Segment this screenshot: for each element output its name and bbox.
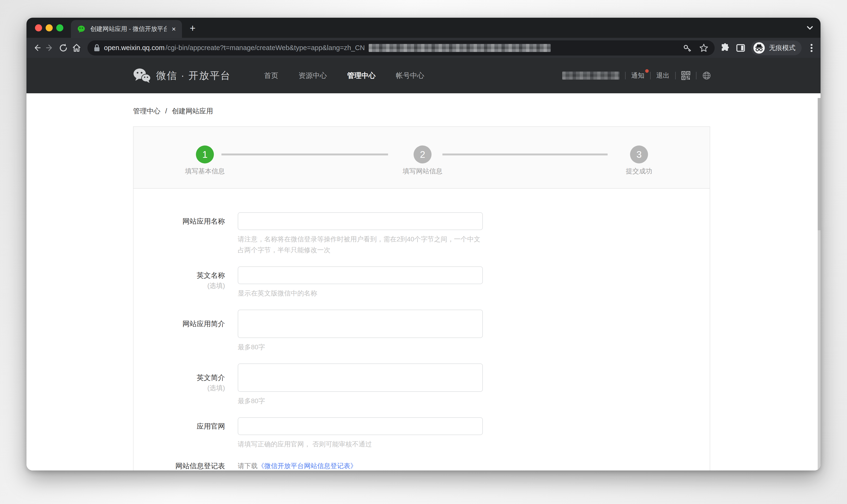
nav-account-center[interactable]: 帐号中心 <box>396 71 424 80</box>
extensions-puzzle-icon[interactable] <box>720 43 730 53</box>
app-name-hint: 请注意，名称将在微信登录等操作时被用户看到，需在2到40个字节之间，一个中文 占… <box>238 234 483 255</box>
step-2: 2 填写网站信息 <box>387 127 458 176</box>
form-row-app-name: 网站应用名称 请注意，名称将在微信登录等操作时被用户看到，需在2到40个字节之间… <box>134 212 710 255</box>
optional-tag: (选填) <box>134 281 225 291</box>
form-row-app-intro: 网站应用简介 最多80字 <box>134 310 710 353</box>
form-row-english-name: 英文名称 (选填) 显示在英文版微信中的名称 <box>134 266 710 299</box>
english-name-input[interactable] <box>238 266 483 284</box>
wechat-favicon-icon <box>77 25 86 33</box>
notifications-link[interactable]: 通知 <box>631 71 645 80</box>
reload-button[interactable] <box>57 41 70 55</box>
step-connector <box>222 154 388 156</box>
breadcrumb-management-center[interactable]: 管理中心 <box>133 107 160 115</box>
official-site-hint: 请填写正确的应用官网， 否则可能审核不通过 <box>238 439 483 450</box>
official-site-label: 应用官网 <box>134 417 225 450</box>
tab-strip: 创建网站应用 - 微信开放平台 × + <box>27 18 820 38</box>
language-globe-icon[interactable] <box>702 71 711 80</box>
site-header: 微信 · 开放平台 首页 资源中心 管理中心 帐号中心 通知 退 <box>27 58 820 93</box>
tab-title: 创建网站应用 - 微信开放平台 <box>90 25 167 33</box>
app-name-input[interactable] <box>238 212 483 230</box>
step-connector <box>442 154 607 156</box>
form-row-registration-form: 网站信息登记表 扫描件 请下载《微信开放平台网站信息登记表》 后填写打印，并盖章… <box>134 461 710 470</box>
forward-button[interactable] <box>43 41 57 55</box>
back-button[interactable] <box>30 41 43 55</box>
divider <box>696 72 696 79</box>
chevron-down-icon[interactable] <box>804 22 816 34</box>
nav-home[interactable]: 首页 <box>264 71 278 80</box>
window-zoom-button[interactable] <box>56 24 63 31</box>
download-instruction: 请下载《微信开放平台网站信息登记表》 <box>238 461 545 470</box>
site-title: 微信 · 开放平台 <box>156 69 231 82</box>
logout-link[interactable]: 退出 <box>656 71 670 80</box>
notification-dot <box>645 69 649 73</box>
app-name-label: 网站应用名称 <box>134 212 225 255</box>
step-3-number: 3 <box>630 145 648 163</box>
divider <box>625 72 625 79</box>
breadcrumb-current: 创建网站应用 <box>172 107 213 115</box>
key-icon[interactable] <box>683 43 692 52</box>
incognito-badge: 无痕模式 <box>751 41 801 55</box>
official-site-input[interactable] <box>238 417 483 435</box>
url-path: /cgi-bin/appcreate?t=manage/createWeb&ty… <box>165 44 365 52</box>
step-1-label: 填写基本信息 <box>170 167 240 176</box>
breadcrumb-separator: / <box>165 107 167 115</box>
home-button[interactable] <box>70 41 83 55</box>
wechat-logo-icon <box>133 68 151 83</box>
registration-form-download-link[interactable]: 《微信开放平台网站信息登记表》 <box>258 462 357 469</box>
new-tab-button[interactable]: + <box>187 23 198 35</box>
app-intro-label: 网站应用简介 <box>134 310 225 353</box>
basic-info-form: 网站应用名称 请注意，名称将在微信登录等操作时被用户看到，需在2到40个字节之间… <box>134 189 710 470</box>
site-nav: 首页 资源中心 管理中心 帐号中心 <box>264 71 424 80</box>
english-intro-label: 英文简介 (选填) <box>134 363 225 407</box>
step-indicator: 1 填写基本信息 2 填写网站信息 3 提交成功 <box>134 127 710 189</box>
menu-kebab-icon[interactable] <box>807 43 816 53</box>
english-name-label: 英文名称 (选填) <box>134 266 225 299</box>
breadcrumb: 管理中心 / 创建网站应用 <box>133 107 213 116</box>
registration-form-label: 网站信息登记表 扫描件 <box>134 461 225 470</box>
tab-close-icon[interactable]: × <box>172 25 176 33</box>
site-brand[interactable]: 微信 · 开放平台 <box>133 68 231 83</box>
scrollbar-thumb[interactable] <box>818 98 820 230</box>
step-3: 3 提交成功 <box>604 127 674 176</box>
step-1-number: 1 <box>196 145 214 163</box>
url-host: open.weixin.qq.com <box>104 44 164 52</box>
form-row-official-site: 应用官网 请填写正确的应用官网， 否则可能审核不通过 <box>134 417 710 450</box>
web-page: 微信 · 开放平台 首页 资源中心 管理中心 帐号中心 通知 退 <box>27 58 820 470</box>
browser-window: 创建网站应用 - 微信开放平台 × + <box>27 18 820 470</box>
step-3-label: 提交成功 <box>604 167 674 176</box>
window-minimize-button[interactable] <box>46 24 53 31</box>
username-redacted-blur <box>562 72 619 79</box>
bookmark-star-icon[interactable] <box>699 43 708 53</box>
side-panel-icon[interactable] <box>736 43 746 53</box>
incognito-icon <box>753 42 765 54</box>
english-name-hint: 显示在英文版微信中的名称 <box>238 288 483 299</box>
incognito-label: 无痕模式 <box>769 43 795 52</box>
window-close-button[interactable] <box>35 24 42 31</box>
step-1: 1 填写基本信息 <box>170 127 240 176</box>
lock-icon <box>93 44 100 52</box>
url-redacted-blur <box>369 44 551 52</box>
qr-code-icon[interactable] <box>681 71 690 80</box>
page-scrollbar[interactable] <box>818 98 820 470</box>
step-2-label: 填写网站信息 <box>387 167 458 176</box>
optional-tag: (选填) <box>134 383 225 393</box>
divider <box>675 72 676 79</box>
app-intro-hint: 最多80字 <box>238 342 483 353</box>
browser-tab[interactable]: 创建网站应用 - 微信开放平台 × <box>71 20 182 38</box>
nav-resources[interactable]: 资源中心 <box>299 71 327 80</box>
form-row-english-intro: 英文简介 (选填) 最多80字 <box>134 363 710 407</box>
step-2-number: 2 <box>413 145 431 163</box>
address-bar[interactable]: open.weixin.qq.com /cgi-bin/appcreate?t=… <box>87 40 714 55</box>
english-intro-textarea[interactable] <box>238 363 483 392</box>
english-intro-hint: 最多80字 <box>238 396 483 407</box>
app-intro-textarea[interactable] <box>238 310 483 338</box>
create-app-panel: 1 填写基本信息 2 填写网站信息 3 提交成功 网站应用名称 <box>133 126 710 470</box>
nav-management-center[interactable]: 管理中心 <box>347 71 375 80</box>
browser-toolbar: open.weixin.qq.com /cgi-bin/appcreate?t=… <box>27 38 820 58</box>
divider <box>650 72 651 79</box>
